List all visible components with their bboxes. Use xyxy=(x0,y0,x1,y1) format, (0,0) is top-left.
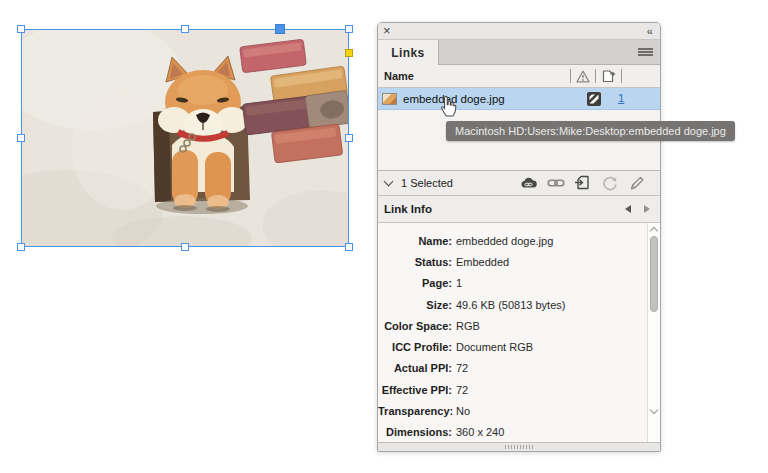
info-value: 49.6 KB (50813 bytes) xyxy=(456,299,565,311)
links-panel: × ‹‹ Links Name xyxy=(377,22,661,452)
info-row: Color Space:RGB xyxy=(378,315,660,336)
image-thumbnail-icon xyxy=(382,93,397,105)
scroll-down-icon[interactable] xyxy=(650,406,658,414)
info-value: embedded doge.jpg xyxy=(456,235,553,247)
info-row: ICC Profile:Document RGB xyxy=(378,336,660,357)
info-label: Color Space: xyxy=(378,320,452,332)
column-separator xyxy=(595,69,596,83)
info-row: Effective PPI:72 xyxy=(378,379,660,400)
disclosure-icon[interactable] xyxy=(384,177,394,187)
selected-image-frame[interactable] xyxy=(21,29,349,247)
info-label: Dimensions: xyxy=(378,426,452,438)
info-value: RGB xyxy=(456,320,480,332)
relink-icon[interactable] xyxy=(546,173,565,192)
info-row: Transparency:No xyxy=(378,400,660,421)
scrollbar-thumb[interactable] xyxy=(650,236,658,312)
frame-handle-bottom-left[interactable] xyxy=(17,243,25,251)
info-label: ICC Profile: xyxy=(378,341,452,353)
application-window: × ‹‹ Links Name xyxy=(0,0,768,473)
frame-handle-bottom-right[interactable] xyxy=(345,243,353,251)
name-column-label[interactable]: Name xyxy=(384,70,414,82)
prev-link-icon[interactable] xyxy=(625,205,631,213)
info-label: Name: xyxy=(378,235,452,247)
frame-handle-middle-right[interactable] xyxy=(345,134,353,142)
info-label: Page: xyxy=(378,277,452,289)
link-info-title: Link Info xyxy=(384,203,432,215)
resize-grip[interactable] xyxy=(505,445,533,449)
info-row: Actual PPI:72 xyxy=(378,358,660,379)
hand-cursor xyxy=(437,94,460,121)
info-row: Dimensions:360 x 240 xyxy=(378,422,660,442)
info-row: Page:1 xyxy=(378,273,660,294)
list-column-header: Name xyxy=(378,65,660,88)
column-separator xyxy=(621,69,622,83)
warning-icon[interactable] xyxy=(576,70,590,83)
selected-count-bar: 1 Selected xyxy=(378,170,660,195)
frame-handle-top-middle[interactable] xyxy=(181,25,189,33)
frame-anchor-handle[interactable] xyxy=(275,24,285,34)
update-link-icon[interactable] xyxy=(600,173,619,192)
column-separator xyxy=(570,69,571,83)
path-tooltip: Macintosh HD:Users:Mike:Desktop:embedded… xyxy=(446,121,735,141)
info-value: 72 xyxy=(456,362,468,374)
frame-handle-middle-left[interactable] xyxy=(17,134,25,142)
info-label: Status: xyxy=(378,256,452,268)
page-column-icon[interactable] xyxy=(601,69,616,83)
info-value: No xyxy=(456,405,470,417)
embedded-status-icon[interactable] xyxy=(587,92,601,106)
info-value: Embedded xyxy=(456,256,509,268)
info-row: Size:49.6 KB (50813 bytes) xyxy=(378,294,660,315)
edit-original-icon[interactable] xyxy=(627,173,646,192)
info-value: 72 xyxy=(456,384,468,396)
close-icon[interactable]: × xyxy=(383,23,391,38)
link-row-selected[interactable]: embedded doge.jpg 1 xyxy=(378,88,660,110)
cc-libraries-icon[interactable] xyxy=(519,173,538,192)
info-row: Name:embedded doge.jpg xyxy=(378,230,660,251)
tab-links[interactable]: Links xyxy=(378,40,439,65)
frame-handle-top-left[interactable] xyxy=(17,25,25,33)
info-value: 1 xyxy=(456,277,462,289)
frame-handle-bottom-middle[interactable] xyxy=(181,243,189,251)
info-value: 360 x 240 xyxy=(456,426,504,438)
corner-options-widget[interactable] xyxy=(345,49,353,57)
placed-image-shiba xyxy=(22,30,348,246)
info-value: Document RGB xyxy=(456,341,533,353)
link-info-header: Link Info xyxy=(378,195,660,222)
panel-titlebar: × ‹‹ xyxy=(378,23,660,40)
scroll-up-icon[interactable] xyxy=(650,227,658,235)
info-row: Status:Embedded xyxy=(378,251,660,272)
next-link-icon[interactable] xyxy=(644,205,650,213)
panel-bottom-bar xyxy=(378,442,660,451)
panel-menu-icon[interactable] xyxy=(638,48,653,58)
info-label: Actual PPI: xyxy=(378,362,452,374)
collapse-panel-icon[interactable]: ‹‹ xyxy=(647,24,652,38)
go-to-link-icon[interactable] xyxy=(573,173,592,192)
info-scrollbar[interactable] xyxy=(647,223,660,442)
tooltip-text: Macintosh HD:Users:Mike:Desktop:embedded… xyxy=(455,125,726,137)
go-to-page-link[interactable]: 1 xyxy=(618,92,624,104)
panel-tab-bar: Links xyxy=(378,40,660,65)
info-label: Effective PPI: xyxy=(378,384,452,396)
info-label: Transparency: xyxy=(378,405,452,417)
selected-count-label: 1 Selected xyxy=(401,177,453,189)
link-info-section: Name:embedded doge.jpg Status:Embedded P… xyxy=(378,222,660,442)
info-label: Size: xyxy=(378,299,452,311)
frame-handle-top-right[interactable] xyxy=(345,25,353,33)
